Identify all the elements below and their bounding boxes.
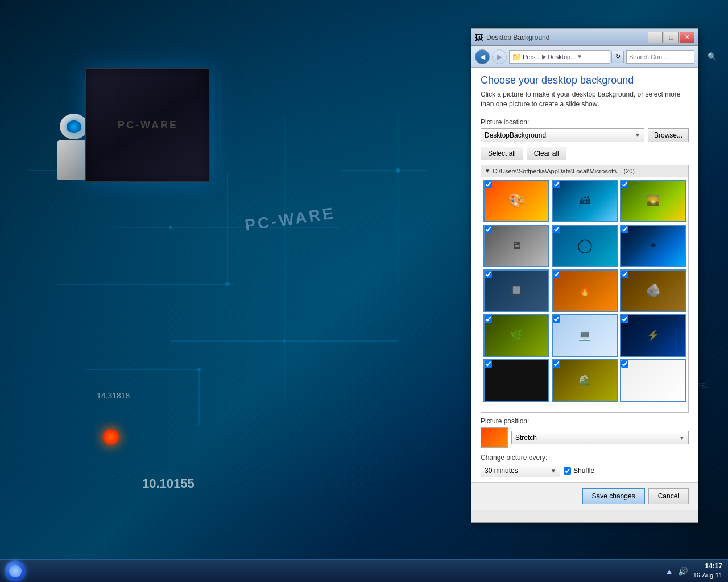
grid-item-5[interactable]: ◯ [552, 225, 618, 267]
grid-item-15[interactable] [620, 359, 686, 402]
window-content: Choose your desktop background Click a p… [471, 68, 698, 482]
folder-collapse-icon[interactable]: ▼ [485, 168, 490, 174]
grid-checkbox-6[interactable] [621, 226, 628, 233]
grid-item-10[interactable]: 🌿 [483, 314, 549, 357]
browse-button[interactable]: Browse... [648, 128, 689, 142]
grid-checkbox-3[interactable] [621, 181, 628, 188]
grid-item-6[interactable]: ✦ [620, 225, 686, 267]
grid-checkbox-15[interactable] [621, 360, 628, 368]
grid-checkbox-14[interactable] [553, 360, 560, 368]
save-changes-button[interactable]: Save changes [582, 488, 645, 504]
close-button[interactable]: ✕ [680, 32, 694, 43]
change-picture-row: 30 minutes ▼ Shuffle [481, 464, 689, 477]
shuffle-text: Shuffle [573, 467, 594, 475]
svg-point-7 [283, 339, 286, 343]
grid-item-2[interactable]: 🏙 [552, 180, 618, 222]
grid-image-4: 🖥 [483, 225, 549, 267]
taskbar-time: 14:17 [693, 562, 722, 571]
grid-checkbox-10[interactable] [485, 315, 492, 323]
desktop-number-2: 14.31818 [97, 391, 130, 400]
grid-item-12[interactable]: ⚡ [620, 314, 686, 357]
position-preview-image [481, 427, 508, 448]
folder-path: C:\Users\Softpedia\AppData\Local\Microso… [493, 168, 635, 174]
grid-checkbox-1[interactable] [485, 181, 492, 188]
window-statusbar [471, 510, 698, 522]
grid-checkbox-8[interactable] [553, 271, 560, 278]
network-icon: ▲ [664, 566, 675, 577]
grid-checkbox-12[interactable] [621, 315, 628, 323]
refresh-button[interactable]: ↻ [611, 51, 624, 63]
taskbar-clock[interactable]: 14:17 16-Aug-11 [693, 562, 722, 580]
back-button[interactable]: ◀ [475, 49, 490, 64]
change-picture-section: Change picture every: 30 minutes ▼ Shuff… [481, 454, 689, 477]
grid-image-7: 🔲 [483, 269, 549, 312]
cancel-button[interactable]: Cancel [648, 488, 689, 504]
start-button[interactable] [0, 560, 31, 583]
select-all-button[interactable]: Select all [481, 147, 523, 160]
location-label: Picture location: [481, 118, 689, 126]
desktop-background-window: 🖼 Desktop Background − □ ✕ ◀ ▶ 📁 Pers...… [471, 28, 698, 523]
grid-checkbox-13[interactable] [485, 360, 492, 368]
grid-item-9[interactable]: 🪨 [620, 269, 686, 312]
grid-image-1: 🎨 [483, 180, 549, 222]
position-dropdown[interactable]: Stretch ▼ [511, 431, 689, 444]
maximize-button[interactable]: □ [664, 32, 679, 43]
taskbar-date: 16-Aug-11 [693, 571, 722, 580]
taskbar-system-icons: ▲ 🔊 [664, 566, 689, 577]
grid-image-13 [483, 359, 549, 402]
navigation-bar: ◀ ▶ 📁 Pers... ▶ Desktop... ▼ ↻ 🔍 [471, 46, 698, 68]
grid-image-10: 🌿 [483, 314, 549, 357]
page-description: Click a picture to make it your desktop … [481, 90, 689, 109]
grid-item-7[interactable]: 🔲 [483, 269, 549, 312]
svg-point-13 [396, 168, 400, 173]
change-picture-label: Change picture every: [481, 454, 689, 462]
window-title: Desktop Background [486, 34, 549, 41]
grid-item-4[interactable]: 🖥 [483, 225, 549, 267]
svg-point-5 [225, 282, 230, 286]
grid-image-14: 🌊 [552, 359, 618, 402]
address-bar-container: 📁 Pers... ▶ Desktop... ▼ ↻ [509, 50, 624, 64]
search-icon: 🔍 [708, 52, 717, 61]
address-folder-icon: 📁 [512, 52, 522, 61]
page-title: Choose your desktop background [481, 74, 689, 86]
grid-checkbox-2[interactable] [553, 181, 560, 188]
search-input[interactable] [629, 53, 708, 60]
grid-item-11[interactable]: 💻 [552, 314, 618, 357]
address-bar[interactable]: 📁 Pers... ▶ Desktop... ▼ [509, 50, 610, 64]
interval-dropdown-arrow: ▼ [551, 468, 556, 474]
shuffle-checkbox[interactable] [564, 467, 571, 475]
clear-all-button[interactable]: Clear all [527, 147, 566, 160]
grid-item-14[interactable]: 🌊 [552, 359, 618, 402]
forward-button[interactable]: ▶ [492, 49, 507, 64]
grid-checkbox-5[interactable] [553, 226, 560, 233]
window-icon: 🖼 [475, 33, 484, 42]
grid-item-13[interactable] [483, 359, 549, 402]
window-footer: Save changes Cancel [471, 482, 698, 510]
address-dropdown-arrow: ▼ [577, 53, 582, 60]
grid-item-1[interactable]: 🎨 [483, 180, 549, 222]
grid-checkbox-9[interactable] [621, 271, 628, 278]
grid-item-8[interactable]: 🔥 [552, 269, 618, 312]
image-grid-scroll[interactable]: 🎨 🏙 🌄 [481, 177, 688, 412]
interval-value: 30 minutes [485, 467, 518, 475]
interval-dropdown[interactable]: 30 minutes ▼ [481, 464, 560, 477]
grid-folder-header: ▼ C:\Users\Softpedia\AppData\Local\Micro… [481, 165, 688, 177]
title-bar: 🖼 Desktop Background − □ ✕ [471, 29, 698, 46]
volume-icon: 🔊 [677, 566, 689, 577]
grid-image-15 [620, 359, 686, 402]
grid-checkbox-4[interactable] [485, 226, 492, 233]
chip-illustration: PC-WARE [85, 68, 210, 182]
grid-checkbox-11[interactable] [553, 315, 560, 323]
desktop-number-1: 10.10155 [142, 476, 195, 491]
search-bar[interactable]: 🔍 [626, 50, 694, 64]
grid-checkbox-7[interactable] [485, 271, 492, 278]
minimize-button[interactable]: − [648, 32, 663, 43]
shuffle-label[interactable]: Shuffle [564, 467, 594, 475]
grid-image-12: ⚡ [620, 314, 686, 357]
grid-item-3[interactable]: 🌄 [620, 180, 686, 222]
orange-glow [102, 429, 119, 446]
svg-point-6 [169, 226, 172, 229]
title-bar-left: 🖼 Desktop Background [475, 33, 648, 42]
grid-image-11: 💻 [552, 314, 618, 357]
location-dropdown[interactable]: DesktopBackground ▼ [481, 128, 644, 142]
